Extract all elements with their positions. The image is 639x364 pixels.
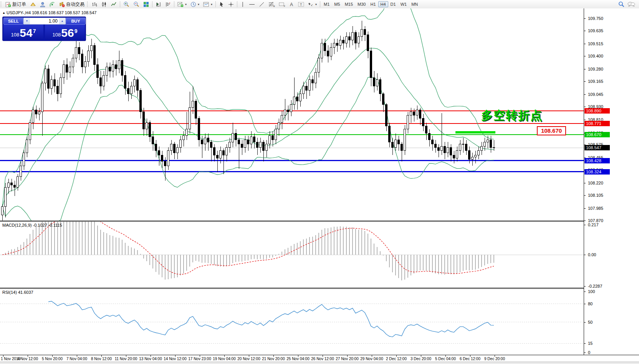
volume-input[interactable]: 1.00 [30,18,59,24]
periods-button[interactable]: ▾ [189,0,201,8]
signals-button[interactable] [48,0,57,8]
zoom-out-button[interactable] [131,0,141,8]
macd-histogram-bar [134,249,135,255]
channel-button[interactable]: F [277,0,287,8]
tf-d1-button[interactable]: D1 [388,1,398,7]
new-order-button[interactable]: 新订单 [3,0,28,8]
channel-icon: F [279,2,285,7]
axis-tick-mark [584,56,586,56]
axis-tick-mark [584,292,586,292]
candle-body [192,101,194,108]
candle-body [14,185,16,187]
trendline-button[interactable] [257,0,267,8]
profile-button[interactable] [38,0,48,8]
macd-histogram-bar [331,227,331,255]
candle-body [88,51,89,61]
time-axis-label: 11 Nov 20:00 [115,357,137,361]
macd-histogram-bar [334,227,334,255]
chart-candles-button[interactable] [99,0,109,8]
text-label-button[interactable]: T [296,0,306,8]
tf-h1-button[interactable]: H1 [368,1,378,7]
panel-separator[interactable] [0,221,639,221]
macd-axis-label: 0.00 [588,252,596,257]
rsi-panel[interactable] [0,289,584,354]
candle-body [493,147,495,148]
chart-bars-button[interactable] [90,0,99,8]
text-button[interactable]: A [287,0,296,8]
buy-price[interactable]: 108 56 9 [45,25,85,40]
crosshair-button[interactable] [226,0,236,8]
macd-histogram-bar [11,249,12,255]
macd-histogram-bar [152,255,153,268]
volume-increase-button[interactable]: ▴ [59,18,65,24]
candle-body [63,65,65,78]
candle-body [481,147,483,151]
auto-scroll-button[interactable] [154,0,163,8]
autotrade-button[interactable]: 自动交易 [57,0,86,8]
arrows-button[interactable]: ▾ [306,0,319,8]
macd-histogram-bar [223,255,224,267]
sell-button[interactable]: SELL [3,18,23,25]
tf-m5-button[interactable]: M5 [332,1,342,7]
vline-button[interactable] [238,0,247,8]
candle-body [41,83,43,112]
candle-body [275,129,277,140]
macd-histogram-bar [113,236,113,255]
panel-separator[interactable] [0,288,639,288]
hline-button[interactable] [247,0,257,8]
candle-body [370,51,372,77]
trendline-icon [259,2,265,7]
chart-line-button[interactable] [109,0,119,8]
price-axis[interactable]: 109.750109.635109.515109.400109.280109.1… [584,8,639,355]
tf-m15-button[interactable]: M15 [343,1,355,7]
macd-histogram-bar [82,222,83,255]
price-tag: 108.324 [584,169,610,175]
candle-body [300,94,301,101]
macd-histogram-bar [423,255,424,270]
symbol-ohlc-text: USDJPY-,H4 108.616 108.637 108.537 108.5… [7,10,96,15]
candle-body [324,43,326,51]
templates-button[interactable]: ▾ [201,0,214,8]
new-chart-button[interactable]: ▾ [175,0,189,8]
collapse-triangle-icon[interactable]: ▲ [2,11,5,15]
macd-histogram-bar [281,252,282,255]
candle-body [210,142,212,147]
macd-histogram-bar [374,244,374,255]
candle-body [401,144,403,151]
time-axis-label: 5 Nov 20:00 [42,357,63,361]
macd-histogram-bar [457,255,457,273]
cursor-button[interactable] [217,0,226,8]
fibonacci-button[interactable]: E [267,0,277,8]
cursor-icon [219,2,224,7]
tile-windows-button[interactable] [141,0,151,8]
tf-mn-button[interactable]: MN [409,1,420,7]
macd-histogram-bar [444,255,445,275]
macd-histogram-bar [324,228,325,255]
history-button[interactable] [28,0,38,8]
candle-body [361,29,363,37]
tf-m1-button[interactable]: M1 [321,1,332,7]
tf-m30-button[interactable]: M30 [355,1,368,7]
tf-h4-button[interactable]: H4 [378,1,388,7]
sell-price[interactable]: 108 54 7 [3,25,43,40]
chat-icon[interactable] [627,2,635,7]
candle-body [48,69,50,88]
volume-decrease-button[interactable]: ▾ [24,18,30,24]
buy-button[interactable]: BUY [66,18,86,25]
zoom-in-button[interactable] [121,0,131,8]
candle-body [29,123,31,140]
toolbar-separator [237,1,237,7]
chart-shift-button[interactable] [163,0,173,8]
symbol-info-line: ▲ USDJPY-,H4 108.616 108.637 108.537 108… [2,10,96,15]
candle-body [379,80,381,94]
time-axis[interactable]: 1 Nov 20194 Nov 12:005 Nov 20:007 Nov 04… [0,355,639,362]
candle-body [32,110,34,123]
macd-histogram-bar [14,249,15,255]
tf-w1-button[interactable]: W1 [398,1,409,7]
search-icon[interactable] [618,1,624,7]
candle-body [293,97,295,105]
macd-histogram-bar [469,255,470,270]
macd-panel[interactable] [0,222,584,287]
candle-body [81,54,83,67]
price-tag: 108.771 [584,121,610,126]
